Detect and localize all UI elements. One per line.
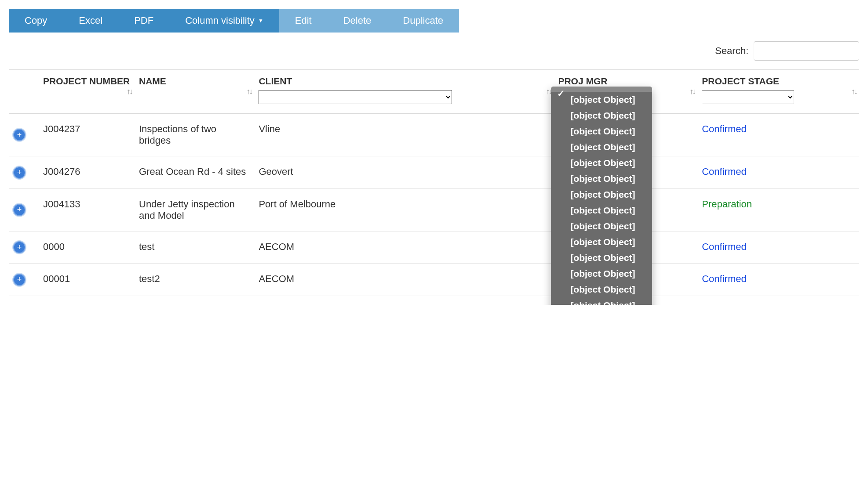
project-number-cell: J004133	[39, 188, 135, 231]
stage-filter-select[interactable]	[702, 90, 794, 104]
search-input[interactable]	[754, 41, 859, 61]
table-row[interactable]: +0000testAECOMConfirmed	[9, 231, 859, 264]
proj-mgr-dropdown-option[interactable]: [object Object]	[551, 92, 652, 108]
proj-mgr-dropdown-option[interactable]: [object Object]	[551, 155, 652, 171]
client-cell: AECOM	[254, 231, 554, 264]
proj-mgr-dropdown-option[interactable]: [object Object]	[551, 234, 652, 250]
sort-icon: ↑↓	[246, 87, 252, 96]
projects-table: PROJECT NUMBER ↑↓ NAME ↑↓ CLIENT ↑↓ PROJ…	[9, 69, 859, 296]
proj-mgr-dropdown-option[interactable]: [object Object]	[551, 203, 652, 218]
pdf-button[interactable]: PDF	[118, 9, 169, 33]
table-row[interactable]: +00001test2AECOMConfirmed	[9, 264, 859, 296]
proj-mgr-dropdown-option[interactable]: [object Object]	[551, 282, 652, 297]
column-visibility-button[interactable]: Column visibility ▼	[169, 9, 279, 33]
client-cell: Vline	[254, 113, 554, 156]
table-row[interactable]: +J004276Great Ocean Rd - 4 sitesGeovertC…	[9, 156, 859, 189]
project-stage-cell: Preparation	[697, 188, 859, 231]
proj-mgr-dropdown-option[interactable]: [object Object]	[551, 266, 652, 282]
col-project-number-header[interactable]: PROJECT NUMBER ↑↓	[39, 70, 135, 114]
plus-icon: +	[17, 130, 22, 140]
col-proj-mgr-label: PROJ MGR	[558, 76, 693, 87]
table-header-row: PROJECT NUMBER ↑↓ NAME ↑↓ CLIENT ↑↓ PROJ…	[9, 70, 859, 114]
name-cell: test2	[135, 264, 254, 296]
proj-mgr-dropdown-option[interactable]: [object Object]	[551, 297, 652, 305]
expand-cell: +	[9, 113, 39, 156]
plus-icon: +	[17, 275, 22, 284]
expand-cell: +	[9, 188, 39, 231]
client-cell: AECOM	[254, 264, 554, 296]
col-name-header[interactable]: NAME ↑↓	[135, 70, 254, 114]
sort-icon: ↑↓	[689, 87, 695, 96]
name-cell: Under Jetty inspection and Model	[135, 188, 254, 231]
column-visibility-label: Column visibility	[185, 15, 255, 26]
toolbar: Copy Excel PDF Column visibility ▼ Edit …	[9, 9, 859, 33]
expand-cell: +	[9, 264, 39, 296]
sort-icon: ↑↓	[851, 87, 857, 96]
col-client-label: CLIENT	[259, 76, 549, 87]
search-label: Search:	[715, 45, 748, 57]
delete-button[interactable]: Delete	[328, 9, 387, 33]
name-cell: Great Ocean Rd - 4 sites	[135, 156, 254, 189]
proj-mgr-dropdown[interactable]: [object Object][object Object][object Ob…	[551, 87, 652, 305]
expand-row-button[interactable]: +	[13, 241, 26, 253]
project-number-cell: J004237	[39, 113, 135, 156]
col-project-stage-label: PROJECT STAGE	[702, 76, 855, 87]
client-filter-select[interactable]	[259, 90, 452, 104]
plus-icon: +	[17, 168, 22, 177]
expand-row-button[interactable]: +	[13, 274, 26, 286]
expand-cell: +	[9, 231, 39, 264]
client-cell: Port of Melbourne	[254, 188, 554, 231]
sort-icon: ↑↓	[127, 87, 132, 96]
col-name-label: NAME	[139, 76, 250, 87]
col-proj-mgr-header[interactable]: PROJ MGR ↑↓ [object Object][object Objec…	[554, 70, 697, 114]
proj-mgr-dropdown-option[interactable]: [object Object]	[551, 139, 652, 155]
col-client-header[interactable]: CLIENT ↑↓	[254, 70, 554, 114]
expand-row-button[interactable]: +	[13, 166, 26, 179]
duplicate-button[interactable]: Duplicate	[387, 9, 459, 33]
col-project-stage-header[interactable]: PROJECT STAGE ↑↓	[697, 70, 859, 114]
name-cell: test	[135, 231, 254, 264]
col-project-number-label: PROJECT NUMBER	[43, 76, 130, 87]
expand-row-button[interactable]: +	[13, 129, 26, 141]
plus-icon: +	[17, 243, 22, 252]
proj-mgr-dropdown-option[interactable]: [object Object]	[551, 171, 652, 187]
client-cell: Geovert	[254, 156, 554, 189]
sort-icon: ↑↓	[546, 87, 551, 96]
project-number-cell: 00001	[39, 264, 135, 296]
proj-mgr-dropdown-option[interactable]: [object Object]	[551, 187, 652, 203]
plus-icon: +	[17, 205, 22, 214]
table-row[interactable]: +J004133Under Jetty inspection and Model…	[9, 188, 859, 231]
expand-cell: +	[9, 156, 39, 189]
copy-button[interactable]: Copy	[9, 9, 63, 33]
proj-mgr-dropdown-option[interactable]	[551, 87, 652, 92]
proj-mgr-dropdown-option[interactable]: [object Object]	[551, 108, 652, 123]
table-body: +J004237Inspections of two bridgesVlineC…	[9, 113, 859, 296]
name-cell: Inspections of two bridges	[135, 113, 254, 156]
caret-down-icon: ▼	[258, 18, 263, 24]
table-row[interactable]: +J004237Inspections of two bridgesVlineC…	[9, 113, 859, 156]
proj-mgr-dropdown-option[interactable]: [object Object]	[551, 218, 652, 234]
edit-button[interactable]: Edit	[279, 9, 328, 33]
expand-row-button[interactable]: +	[13, 204, 26, 216]
proj-mgr-dropdown-option[interactable]: [object Object]	[551, 250, 652, 266]
project-stage-cell: Confirmed	[697, 156, 859, 189]
search-row: Search:	[9, 41, 859, 61]
project-number-cell: J004276	[39, 156, 135, 189]
project-stage-cell: Confirmed	[697, 264, 859, 296]
project-stage-cell: Confirmed	[697, 113, 859, 156]
project-stage-cell: Confirmed	[697, 231, 859, 264]
excel-button[interactable]: Excel	[63, 9, 118, 33]
col-expand-header	[9, 70, 39, 114]
project-number-cell: 0000	[39, 231, 135, 264]
proj-mgr-dropdown-option[interactable]: [object Object]	[551, 123, 652, 139]
